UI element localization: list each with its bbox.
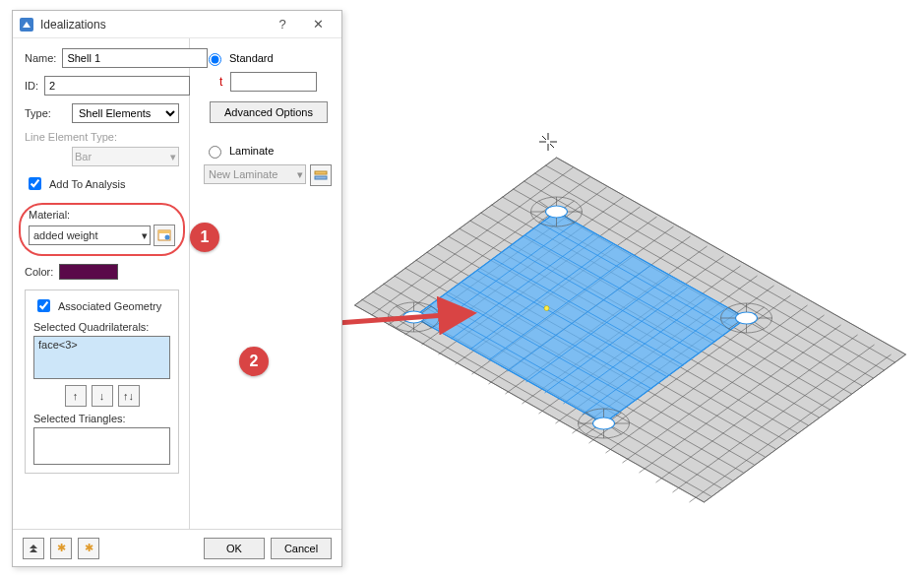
svg-point-118 <box>165 235 170 240</box>
line-elem-select: Bar▾ <box>72 147 179 166</box>
selected-quads-label: Selected Quadrilaterals: <box>33 321 170 333</box>
dialog-title: Idealizations <box>40 18 265 32</box>
svg-point-96 <box>403 311 425 323</box>
add-to-analysis-checkbox[interactable] <box>29 177 41 190</box>
selected-tris-list[interactable] <box>33 427 170 465</box>
svg-rect-117 <box>158 230 170 233</box>
list-item: face<3> <box>38 339 78 351</box>
cancel-button[interactable]: Cancel <box>271 538 332 559</box>
help-button[interactable]: ? <box>265 17 300 32</box>
mesh-viewport[interactable] <box>344 10 916 571</box>
app-icon <box>19 17 34 32</box>
selected-quads-list[interactable]: face<3> <box>33 336 170 379</box>
titlebar: Idealizations ? ✕ <box>13 11 341 38</box>
material-group: Material: added weight▾ <box>19 203 185 256</box>
standard-label: Standard <box>229 52 274 64</box>
line-elem-label: Line Element Type: <box>25 131 179 143</box>
flip-both-button[interactable]: ↑↓ <box>118 385 140 407</box>
laminate-new-button[interactable] <box>310 164 332 186</box>
color-swatch[interactable] <box>59 264 118 280</box>
id-label: ID: <box>25 80 38 92</box>
svg-rect-119 <box>315 171 327 174</box>
laminate-select: New Laminate▾ <box>204 164 306 184</box>
thickness-label: t <box>219 75 222 89</box>
type-label: Type: <box>25 107 66 119</box>
close-button[interactable]: ✕ <box>300 17 336 32</box>
color-label: Color: <box>25 266 53 278</box>
material-label: Material: <box>29 209 175 221</box>
material-library-button[interactable] <box>154 225 175 246</box>
svg-point-106 <box>544 306 549 311</box>
flip-down-button[interactable]: ↓ <box>92 385 113 407</box>
thickness-input[interactable] <box>230 72 317 92</box>
svg-point-66 <box>546 206 568 218</box>
svg-rect-120 <box>315 176 327 179</box>
callout-2: 2 <box>239 347 269 376</box>
collapse-button[interactable] <box>23 538 44 559</box>
laminate-radio[interactable] <box>209 146 221 159</box>
star-button-1[interactable]: ✱ <box>50 538 72 559</box>
assoc-geometry-label: Associated Geometry <box>58 300 161 312</box>
material-select[interactable]: added weight▾ <box>29 225 151 245</box>
callout-1: 1 <box>190 223 219 252</box>
idealizations-dialog: Idealizations ? ✕ Name: ID: Type: Shell … <box>12 10 342 567</box>
assoc-geometry-checkbox[interactable] <box>37 299 50 312</box>
standard-radio[interactable] <box>209 53 221 66</box>
name-input[interactable] <box>62 48 208 68</box>
id-input[interactable] <box>44 76 190 96</box>
flip-up-button[interactable]: ↑ <box>65 385 87 407</box>
advanced-options-button[interactable]: Advanced Options <box>210 101 328 123</box>
star-button-2[interactable]: ✱ <box>78 538 99 559</box>
selected-tris-label: Selected Triangles: <box>33 413 170 424</box>
ok-button[interactable]: OK <box>204 538 265 559</box>
name-label: Name: <box>25 52 56 64</box>
add-to-analysis-label: Add To Analysis <box>49 178 125 190</box>
type-select[interactable]: Shell Elements <box>72 103 179 123</box>
svg-point-76 <box>736 312 758 324</box>
laminate-label: Laminate <box>229 145 274 157</box>
svg-point-86 <box>593 418 615 429</box>
